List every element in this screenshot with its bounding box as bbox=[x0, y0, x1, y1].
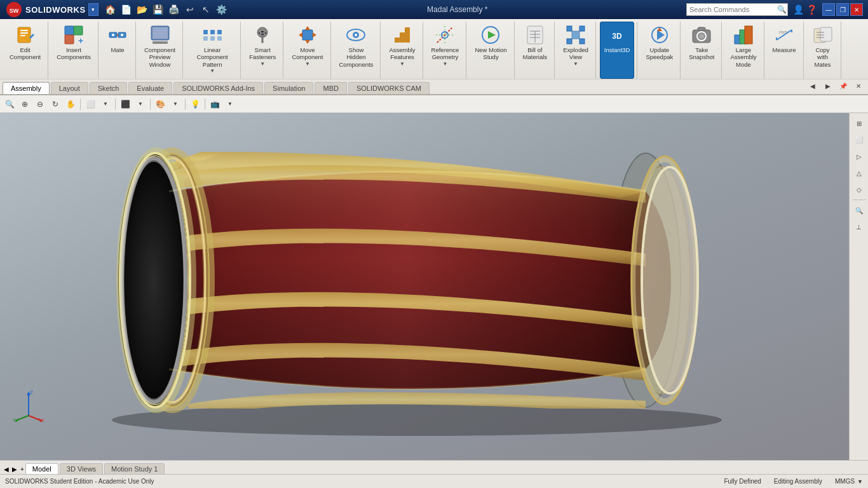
units-selector[interactable]: MMGS ▼ bbox=[835, 478, 863, 485]
tab-left-arrow[interactable]: ◀ bbox=[806, 79, 820, 93]
zoom-out-btn[interactable]: ⊖ bbox=[33, 97, 47, 111]
tab-sketch[interactable]: Sketch bbox=[90, 82, 128, 94]
pan-btn[interactable]: ✋ bbox=[64, 97, 78, 111]
display-settings-btn[interactable]: 📺 bbox=[208, 97, 222, 111]
open-btn[interactable]: 📂 bbox=[135, 3, 149, 17]
window-controls: — ❐ ✕ bbox=[822, 3, 863, 16]
tab-layout[interactable]: Layout bbox=[51, 82, 88, 94]
pattern-group: Linear Component Pattern ▼ bbox=[184, 22, 241, 79]
linear-pattern-arrow[interactable]: ▼ bbox=[210, 68, 215, 74]
assembly-features-group: AssemblyFeatures ▼ bbox=[382, 22, 423, 79]
move-component-arrow[interactable]: ▼ bbox=[305, 61, 310, 67]
new-file-btn[interactable]: 📄 bbox=[119, 3, 133, 17]
svg-rect-74 bbox=[820, 27, 832, 41]
search-box[interactable]: 🔍 bbox=[686, 3, 788, 16]
svg-rect-56 bbox=[580, 39, 585, 44]
add-tab-icon[interactable]: + bbox=[19, 464, 25, 474]
tab-simulation[interactable]: Simulation bbox=[264, 82, 313, 94]
zoom-to-selection-btn[interactable]: 🔍 bbox=[851, 203, 867, 218]
show-hidden-button[interactable]: ShowHiddenComponents bbox=[335, 22, 378, 79]
exploded-view-arrow[interactable]: ▼ bbox=[573, 61, 578, 67]
edition-text: SOLIDWORKS Student Edition - Academic Us… bbox=[5, 478, 724, 485]
isometric-view-btn[interactable]: ◇ bbox=[851, 182, 867, 197]
save-btn[interactable]: 💾 bbox=[151, 3, 165, 17]
linear-component-pattern-button[interactable]: Linear Component Pattern ▼ bbox=[187, 22, 238, 79]
scroll-left-icon[interactable]: ◀ bbox=[3, 464, 10, 474]
tab-mbd[interactable]: MBD bbox=[315, 82, 346, 94]
zoom-to-fit-btn[interactable]: 🔍 bbox=[3, 97, 17, 111]
take-snapshot-button[interactable]: TakeSnapshot bbox=[684, 22, 719, 79]
separator-3 bbox=[150, 98, 151, 110]
undo-btn[interactable]: ↩ bbox=[183, 3, 197, 17]
search-input[interactable] bbox=[689, 6, 777, 13]
insert-components-button[interactable]: + InsertComponents bbox=[52, 22, 95, 79]
normal-to-btn[interactable]: ⊥ bbox=[851, 219, 867, 234]
tab-right-arrow[interactable]: ▶ bbox=[821, 79, 835, 93]
shading-btn[interactable]: ⬛ bbox=[118, 97, 132, 111]
tab-pin-icon[interactable]: 📌 bbox=[836, 79, 850, 93]
component-preview-button[interactable]: ComponentPreviewWindow bbox=[140, 22, 180, 79]
select-btn[interactable]: ↖ bbox=[199, 3, 213, 17]
realview-btn[interactable]: 💡 bbox=[188, 97, 202, 111]
tab-model[interactable]: Model bbox=[25, 463, 58, 474]
tab-solidworks-cam[interactable]: SOLIDWORKS CAM bbox=[348, 82, 430, 94]
close-btn[interactable]: ✕ bbox=[850, 3, 863, 16]
new-btn[interactable]: 🏠 bbox=[104, 3, 118, 17]
top-view-btn[interactable]: △ bbox=[851, 165, 867, 180]
insert-group: + InsertComponents bbox=[50, 22, 98, 79]
exploded-view-button[interactable]: ExplodedView ▼ bbox=[559, 22, 593, 79]
take-snapshot-label: TakeSnapshot bbox=[689, 46, 714, 61]
new-motion-study-button[interactable]: New MotionStudy bbox=[470, 22, 511, 79]
editing-mode-text: Editing Assembly bbox=[774, 478, 822, 485]
move-component-button[interactable]: MoveComponent ▼ bbox=[287, 22, 327, 79]
3d-viewport[interactable]: Z X Y bbox=[0, 113, 849, 460]
shading-arrow[interactable]: ▼ bbox=[133, 97, 147, 111]
reference-geometry-arrow[interactable]: ▼ bbox=[443, 61, 448, 67]
measure-button[interactable]: mm Measure bbox=[768, 22, 801, 79]
bill-of-materials-button[interactable]: Bill ofMaterials bbox=[519, 22, 552, 79]
copy-with-mates-button[interactable]: CopywithMates bbox=[808, 22, 838, 79]
view-orient-arrow[interactable]: ▼ bbox=[98, 97, 112, 111]
help-icon[interactable]: ❓ bbox=[806, 4, 817, 15]
tab-3d-views[interactable]: 3D Views bbox=[60, 463, 103, 474]
copy-with-mates-label: CopywithMates bbox=[815, 46, 831, 68]
rotate-view-btn[interactable]: ↻ bbox=[48, 97, 62, 111]
tab-assembly[interactable]: Assembly bbox=[3, 82, 50, 94]
tab-close-icon[interactable]: ✕ bbox=[851, 79, 865, 93]
svg-rect-28 bbox=[265, 32, 266, 34]
smart-fasteners-arrow[interactable]: ▼ bbox=[260, 61, 265, 67]
tab-evaluate[interactable]: Evaluate bbox=[128, 82, 172, 94]
update-speedpak-button[interactable]: UpdateSpeedpak bbox=[641, 22, 677, 79]
reference-geometry-button[interactable]: ReferenceGeometry ▼ bbox=[427, 22, 464, 79]
large-assembly-mode-button[interactable]: LargeAssemblyMode bbox=[726, 22, 761, 79]
tab-motion-study-1[interactable]: Motion Study 1 bbox=[104, 463, 165, 474]
print-btn[interactable]: 🖨️ bbox=[167, 3, 181, 17]
tab-solidworks-addins[interactable]: SOLIDWORKS Add-Ins bbox=[173, 82, 263, 94]
view-orientation-btn[interactable]: ⬜ bbox=[83, 97, 97, 111]
scroll-right-icon[interactable]: ▶ bbox=[11, 464, 18, 474]
svg-rect-23 bbox=[217, 36, 222, 41]
zoom-in-btn[interactable]: ⊕ bbox=[18, 97, 32, 111]
bom-group: Bill ofMaterials bbox=[516, 22, 555, 79]
svg-marker-34 bbox=[313, 32, 316, 37]
smart-fasteners-button[interactable]: SmartFasteners ▼ bbox=[245, 22, 280, 79]
front-view-btn[interactable]: ⬜ bbox=[851, 132, 867, 147]
edit-component-button[interactable]: EditComponent bbox=[5, 22, 45, 79]
assembly-features-button[interactable]: AssemblyFeatures ▼ bbox=[384, 22, 419, 79]
instant3d-button[interactable]: 3D Instant3D bbox=[600, 22, 635, 79]
quick-access-arrow[interactable]: ▾ bbox=[88, 3, 98, 16]
options-btn[interactable]: ⚙️ bbox=[215, 3, 229, 17]
user-icon[interactable]: 👤 bbox=[793, 4, 804, 15]
svg-rect-29 bbox=[262, 36, 263, 43]
units-dropdown-icon[interactable]: ▼ bbox=[857, 478, 863, 485]
appearance-arrow[interactable]: ▼ bbox=[168, 97, 182, 111]
right-view-btn[interactable]: ▷ bbox=[851, 149, 867, 164]
mate-button[interactable]: Mate bbox=[102, 22, 133, 79]
assembly-features-arrow[interactable]: ▼ bbox=[400, 61, 405, 67]
copy-with-mates-icon bbox=[813, 25, 833, 45]
view-selector-btn[interactable]: ⊞ bbox=[851, 116, 867, 131]
restore-btn[interactable]: ❐ bbox=[836, 3, 849, 16]
minimize-btn[interactable]: — bbox=[822, 3, 835, 16]
appearance-btn[interactable]: 🎨 bbox=[153, 97, 167, 111]
display-settings-arrow[interactable]: ▼ bbox=[223, 97, 237, 111]
